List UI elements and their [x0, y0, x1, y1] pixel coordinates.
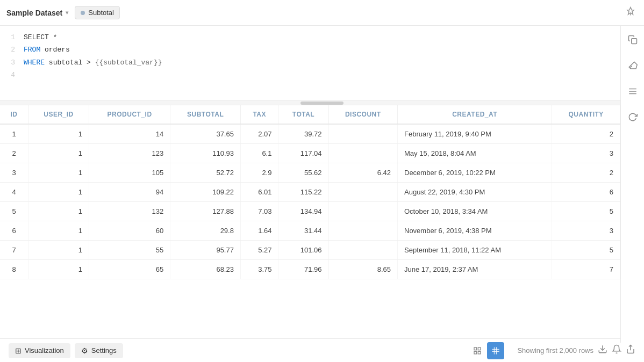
- visualization-label: Visualization: [25, 346, 64, 354]
- table-cell: 37.65: [170, 124, 241, 144]
- table-cell: 8.65: [328, 260, 397, 279]
- table-row: 21123110.936.1117.04May 15, 2018, 8:04 A…: [0, 144, 620, 163]
- table-cell: February 11, 2019, 9:40 PM: [398, 124, 552, 144]
- format-icon[interactable]: [624, 83, 641, 100]
- col-header-id[interactable]: ID: [0, 105, 28, 124]
- view-toggle: [469, 342, 504, 359]
- table-cell: 5: [0, 202, 28, 221]
- table-cell: 7: [552, 260, 620, 279]
- table-cell: 134.94: [278, 202, 328, 221]
- table-cell: 3: [0, 163, 28, 183]
- table-cell: June 17, 2019, 2:37 AM: [398, 260, 552, 279]
- data-table: ID USER_ID PRODUCT_ID SUBTOTAL TAX TOTAL…: [0, 105, 620, 279]
- col-header-tax[interactable]: TAX: [240, 105, 278, 124]
- table-cell: 1.64: [240, 221, 278, 241]
- table-cell: [328, 202, 397, 221]
- table-cell: 110.93: [170, 144, 241, 163]
- eraser-icon[interactable]: [624, 57, 641, 74]
- table-row: 111437.652.0739.72February 11, 2019, 9:4…: [0, 124, 620, 144]
- table-cell: [328, 144, 397, 163]
- table-cell: 132: [89, 202, 170, 221]
- settings-label: Settings: [91, 346, 117, 354]
- data-table-container[interactable]: ID USER_ID PRODUCT_ID SUBTOTAL TAX TOTAL…: [0, 105, 620, 338]
- table-cell: 105: [89, 163, 170, 183]
- col-header-user-id[interactable]: USER_ID: [28, 105, 89, 124]
- col-header-subtotal[interactable]: SUBTOTAL: [170, 105, 241, 124]
- col-header-quantity[interactable]: QUANTITY: [552, 105, 620, 124]
- table-cell: 6: [552, 183, 620, 202]
- col-header-discount[interactable]: DISCOUNT: [328, 105, 397, 124]
- pin-icon[interactable]: [626, 6, 635, 19]
- sql-editor[interactable]: 1 SELECT * 2 FROM orders 3 WHERE subtota…: [0, 26, 644, 101]
- download-icon[interactable]: [598, 344, 607, 357]
- table-cell: 101.06: [278, 241, 328, 260]
- variable-tag[interactable]: Subtotal: [75, 6, 120, 19]
- table-cell: 5.27: [240, 241, 278, 260]
- table-cell: [328, 183, 397, 202]
- gear-icon: ⚙: [81, 346, 88, 355]
- table-cell: 14: [89, 124, 170, 144]
- top-bar: Sample Dataset ▾ Subtotal: [0, 0, 644, 26]
- table-cell: 1: [28, 183, 89, 202]
- table-row: 616029.81.6431.44November 6, 2019, 4:38 …: [0, 221, 620, 241]
- settings-button[interactable]: ⚙ Settings: [75, 343, 123, 358]
- table-cell: 2.9: [240, 163, 278, 183]
- table-cell: 55: [89, 241, 170, 260]
- scroll-thumb[interactable]: [300, 102, 344, 105]
- table-cell: 71.96: [278, 260, 328, 279]
- svg-rect-10: [492, 347, 499, 354]
- table-row: 715595.775.27101.06September 11, 2018, 1…: [0, 241, 620, 260]
- variable-dot-icon: [81, 11, 85, 15]
- scroll-indicator[interactable]: [0, 101, 644, 105]
- table-view-button[interactable]: [487, 342, 504, 359]
- table-cell: 4: [0, 183, 28, 202]
- col-header-created-at[interactable]: CREATED_AT: [398, 105, 552, 124]
- sql-empty: [24, 69, 28, 81]
- table-cell: 7.03: [240, 202, 278, 221]
- table-cell: 123: [89, 144, 170, 163]
- table-cell: 39.72: [278, 124, 328, 144]
- sql-line-3: 3 WHERE subtotal > {{subtotal_var}}: [9, 56, 635, 69]
- line-number: 2: [9, 44, 15, 56]
- table-row: 3110552.722.955.626.42December 6, 2019, …: [0, 163, 620, 183]
- grid-icon: ⊞: [15, 346, 22, 355]
- share-icon[interactable]: [626, 344, 635, 357]
- table-cell: 65: [89, 260, 170, 279]
- sql-line-1: 1 SELECT *: [9, 31, 635, 44]
- copy-icon[interactable]: [624, 31, 641, 48]
- refresh-icon[interactable]: [624, 108, 641, 126]
- table-cell: November 6, 2019, 4:38 PM: [398, 221, 552, 241]
- bottom-bar: ⊞ Visualization ⚙ Settings Showing first…: [0, 338, 644, 362]
- table-row: 51132127.887.03134.94October 10, 2018, 3…: [0, 202, 620, 221]
- table-cell: 1: [28, 260, 89, 279]
- visualization-button[interactable]: ⊞ Visualization: [9, 343, 70, 358]
- table-cell: 1: [28, 163, 89, 183]
- table-cell: 127.88: [170, 202, 241, 221]
- table-cell: 1: [28, 124, 89, 144]
- bell-icon[interactable]: [612, 344, 621, 357]
- table-cell: 55.62: [278, 163, 328, 183]
- col-header-product-id[interactable]: PRODUCT_ID: [89, 105, 170, 124]
- svg-rect-6: [474, 347, 477, 350]
- table-cell: 31.44: [278, 221, 328, 241]
- table-cell: 117.04: [278, 144, 328, 163]
- sql-line-2: 2 FROM orders: [9, 44, 635, 56]
- grid-view-button[interactable]: [469, 342, 486, 359]
- table-cell: May 15, 2018, 8:04 AM: [398, 144, 552, 163]
- table-cell: 29.8: [170, 221, 241, 241]
- table-cell: 1: [28, 202, 89, 221]
- variable-label: Subtotal: [88, 9, 114, 17]
- table-cell: 95.77: [170, 241, 241, 260]
- chevron-down-icon: ▾: [66, 10, 68, 16]
- sql-select: SELECT *: [24, 31, 57, 44]
- bottom-icons: [598, 344, 635, 357]
- sql-where-clause: WHERE subtotal > {{subtotal_var}}: [24, 56, 162, 69]
- dataset-selector[interactable]: Sample Dataset ▾: [6, 9, 68, 17]
- table-cell: 68.23: [170, 260, 241, 279]
- table-cell: 3.75: [240, 260, 278, 279]
- table-cell: December 6, 2019, 10:22 PM: [398, 163, 552, 183]
- col-header-total[interactable]: TOTAL: [278, 105, 328, 124]
- table-cell: 5: [552, 241, 620, 260]
- table-row: 816568.233.7571.968.65June 17, 2019, 2:3…: [0, 260, 620, 279]
- table-cell: 1: [28, 241, 89, 260]
